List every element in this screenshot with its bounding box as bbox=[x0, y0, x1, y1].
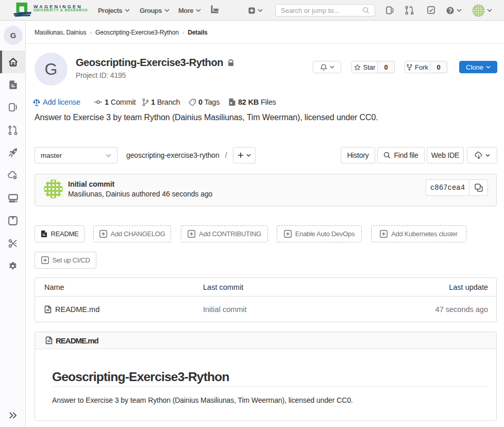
svg-text:UNIVERSITY & RESEARCH: UNIVERSITY & RESEARCH bbox=[33, 8, 88, 12]
